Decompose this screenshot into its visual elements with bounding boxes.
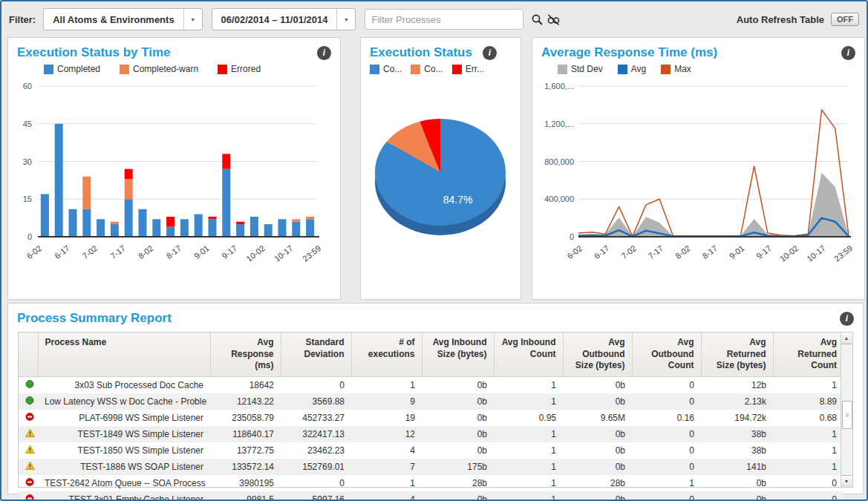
- table-row[interactable]: TEST-3x01 Empty Cache Listener9981.55997…: [19, 491, 843, 501]
- process-name-link[interactable]: Low Latency WSS w Doc Cache - Proble: [38, 393, 210, 410]
- atoms-environments-dropdown[interactable]: All Atoms & Environments ▼: [43, 8, 202, 30]
- table-cell: 118640.17: [210, 426, 281, 442]
- table-cell: 0: [773, 475, 843, 491]
- info-icon[interactable]: i: [483, 46, 497, 60]
- info-icon[interactable]: i: [317, 46, 331, 60]
- chevron-down-icon: ▼: [183, 9, 202, 30]
- process-name-link[interactable]: TEST-3x01 Empty Cache Listener: [38, 491, 210, 501]
- table-cell: 0b: [422, 376, 494, 393]
- table-cell: 0b: [422, 410, 494, 426]
- table-cell: 0b: [563, 459, 632, 475]
- table-cell: 19: [351, 410, 422, 426]
- table-cell: 28b: [422, 475, 494, 491]
- bar-chart: 0153045606-026-177-027-178-028-179-019-1…: [13, 77, 327, 272]
- col-avg-response-ms-[interactable]: Avg Response (ms): [210, 333, 281, 376]
- process-name-link[interactable]: TEST-1849 WS Simple Listener: [38, 426, 210, 442]
- panel-average-response-time: Average Response Time (ms) i Std DevAvgM…: [532, 37, 865, 300]
- table-cell: 1: [632, 475, 701, 491]
- table-cell: 12b: [701, 376, 773, 393]
- table-cell: 0b: [422, 442, 494, 459]
- svg-text:10-02: 10-02: [778, 243, 800, 263]
- table-cell: 2.13k: [701, 393, 773, 410]
- table-row[interactable]: TEST-1886 WS SOAP Listener133572.1415276…: [19, 459, 843, 475]
- scroll-thumb[interactable]: [842, 401, 852, 429]
- legend-label: Avg: [631, 64, 646, 74]
- svg-text:7-02: 7-02: [81, 243, 99, 261]
- pie-chart-legend: Co...Co...Err...: [361, 64, 521, 74]
- search-icon[interactable]: [529, 11, 544, 27]
- chevron-down-icon: ▼: [336, 9, 355, 30]
- auto-refresh-toggle[interactable]: OFF: [831, 13, 859, 26]
- svg-text:45: 45: [23, 119, 32, 128]
- col-avg-returned-size-bytes-[interactable]: Avg Returned Size (bytes): [701, 333, 773, 376]
- svg-text:10-17: 10-17: [273, 243, 295, 263]
- table-cell: 1: [494, 442, 563, 459]
- table-cell: 1: [494, 459, 563, 475]
- table-cell: 28b: [563, 475, 632, 491]
- filter-processes-input[interactable]: [365, 9, 523, 30]
- svg-text:8-02: 8-02: [137, 243, 155, 261]
- table-cell: 4: [351, 442, 422, 459]
- binoculars-off-icon[interactable]: [546, 11, 561, 27]
- legend-swatch: [218, 65, 227, 74]
- auto-refresh-control: Auto Refresh Table OFF: [737, 13, 859, 26]
- svg-text:800,000: 800,000: [544, 157, 574, 166]
- table-row[interactable]: TEST-1849 WS Simple Listener118640.17322…: [19, 426, 843, 442]
- col-avg-returned-count[interactable]: Avg Returned Count: [773, 333, 843, 376]
- info-icon[interactable]: i: [841, 46, 855, 60]
- table-header-row: Process NameAvg Response (ms)Standard De…: [19, 333, 843, 376]
- col--of-executions[interactable]: # of executions: [351, 333, 422, 376]
- table-cell: 1: [494, 426, 563, 442]
- svg-text:23:59: 23:59: [832, 243, 854, 263]
- col-process-name[interactable]: Process Name: [38, 333, 210, 376]
- table-cell: 0: [632, 376, 701, 393]
- process-name-link[interactable]: 3x03 Sub Processed Doc Cache: [38, 376, 210, 393]
- table-row[interactable]: PLAT-6998 WS Simple Listener235058.79452…: [19, 410, 843, 426]
- legend-item: Completed: [44, 64, 100, 74]
- table-cell: 0: [632, 426, 701, 442]
- legend-swatch: [618, 65, 627, 74]
- table-row[interactable]: Low Latency WSS w Doc Cache - Proble1214…: [19, 393, 843, 410]
- col-avg-outbound-size-bytes-[interactable]: Avg Outbound Size (bytes): [563, 333, 632, 376]
- scroll-down-button[interactable]: ▼: [841, 475, 852, 487]
- pie-chart: 84.7%: [370, 96, 512, 273]
- table-cell: 1: [351, 376, 422, 393]
- table-row[interactable]: 3x03 Sub Processed Doc Cache18642010b10b…: [19, 376, 843, 393]
- process-name-link[interactable]: TEST-2642 Atom Queue -- SOA Process: [38, 475, 210, 491]
- table-cell: 0b: [563, 376, 632, 393]
- table-cell: 18642: [210, 376, 281, 393]
- table-row[interactable]: TEST-2642 Atom Queue -- SOA Process39801…: [19, 475, 843, 491]
- table-cell: 1: [773, 376, 843, 393]
- table-cell: 0b: [422, 426, 494, 442]
- warn-status-icon: [19, 442, 38, 459]
- process-name-link[interactable]: PLAT-6998 WS Simple Listener: [38, 410, 210, 426]
- table-cell: 0b: [563, 442, 632, 459]
- svg-text:0: 0: [570, 232, 574, 241]
- table-cell: 7: [351, 459, 422, 475]
- table-cell: 12: [351, 426, 422, 442]
- table-row[interactable]: TEST-1850 WS Simple Listener13772.752346…: [19, 442, 843, 459]
- col-avg-outbound-count[interactable]: Avg Outbound Count: [632, 333, 701, 376]
- date-range-dropdown[interactable]: 06/02/2014 – 11/01/2014 ▼: [212, 8, 356, 30]
- col-avg-inbound-size-bytes-[interactable]: Avg Inbound Size (bytes): [422, 333, 494, 376]
- legend-item: Avg: [618, 64, 646, 74]
- process-name-link[interactable]: TEST-1850 WS Simple Listener: [38, 442, 210, 459]
- legend-label: Err...: [466, 64, 484, 74]
- col-standard-deviation[interactable]: Standard Deviation: [281, 333, 351, 376]
- table-cell: 0.95: [494, 410, 563, 426]
- panel-title: Execution Status by Time: [17, 45, 171, 60]
- table-scrollbar[interactable]: ▲ ▼: [841, 333, 852, 487]
- stddev-area: [578, 173, 849, 237]
- svg-text:6-17: 6-17: [593, 243, 611, 261]
- table-cell: 0b: [701, 475, 773, 491]
- scroll-up-button[interactable]: ▲: [841, 333, 852, 344]
- col-avg-inbound-count[interactable]: Avg Inbound Count: [494, 333, 563, 376]
- svg-text:7-02: 7-02: [619, 243, 638, 261]
- table-cell: 13772.75: [210, 442, 281, 459]
- ok-status-icon: [19, 376, 38, 393]
- info-icon[interactable]: i: [840, 312, 854, 326]
- panel-header: Execution Status by Time i: [8, 38, 340, 62]
- error-status-icon: [19, 491, 38, 501]
- process-name-link[interactable]: TEST-1886 WS SOAP Listener: [38, 459, 210, 475]
- table-cell: 1: [494, 393, 563, 410]
